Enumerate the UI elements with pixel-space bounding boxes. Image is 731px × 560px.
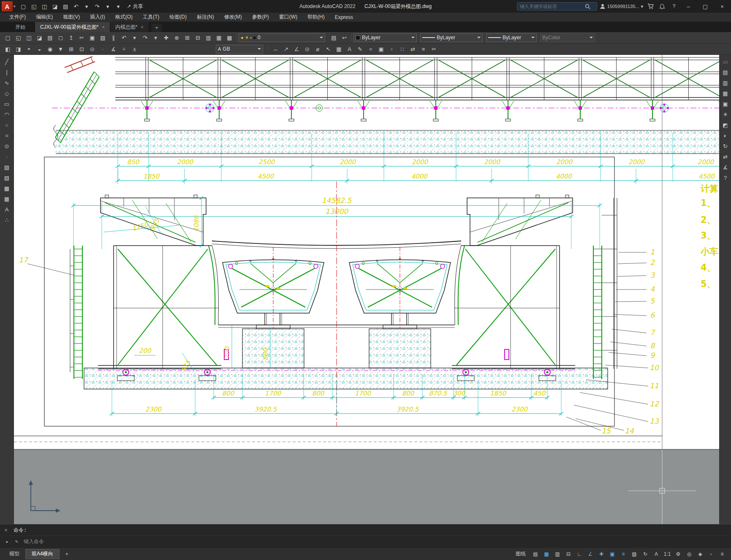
customize-command-icon[interactable]: ✎ bbox=[13, 538, 20, 546]
model-space-toggle-icon[interactable]: ▤ bbox=[530, 549, 541, 559]
publish-icon[interactable]: ↥ bbox=[66, 33, 76, 42]
polygon-icon[interactable]: ◇ bbox=[1, 88, 12, 99]
annotation-scale-icon[interactable]: 1:1 bbox=[662, 549, 673, 559]
notification-bell-icon[interactable] bbox=[658, 2, 667, 11]
menu-item[interactable]: 修改(M) bbox=[219, 13, 247, 22]
open-file-icon[interactable]: ◱ bbox=[29, 2, 39, 11]
command-close-icon[interactable]: × bbox=[3, 527, 9, 533]
render-icon[interactable]: ◐ bbox=[720, 130, 731, 141]
new-file-icon[interactable]: ▢ bbox=[18, 2, 29, 11]
graphics-performance-icon[interactable]: ◈ bbox=[695, 549, 706, 559]
search-input[interactable] bbox=[520, 4, 583, 9]
menu-item[interactable]: 编辑(E) bbox=[31, 13, 58, 22]
polar-tracking-icon[interactable]: ∠ bbox=[585, 549, 596, 559]
refresh-icon[interactable]: ↻ bbox=[720, 141, 731, 151]
selection-cycling-icon[interactable]: ↻ bbox=[640, 549, 651, 559]
insert-block-icon[interactable]: ⊡ bbox=[76, 44, 87, 54]
save-as-icon[interactable]: ◪ bbox=[50, 2, 60, 11]
save-icon[interactable]: ◫ bbox=[24, 33, 34, 42]
tab-layout-a4[interactable]: 双A4横向 bbox=[25, 549, 60, 559]
undo-icon[interactable]: ↶ bbox=[71, 2, 82, 11]
open-icon[interactable]: ◱ bbox=[13, 33, 24, 42]
table-icon[interactable]: ▦ bbox=[1, 194, 12, 204]
close-button[interactable]: × bbox=[715, 1, 729, 12]
linetype-dropdown[interactable]: ByLayer bbox=[420, 33, 483, 42]
dim-angular-icon[interactable]: ∠ bbox=[291, 44, 302, 54]
tab-model[interactable]: 模型 bbox=[3, 549, 25, 559]
command-input[interactable]: 键入命令 bbox=[24, 538, 44, 545]
transparency-display-icon[interactable]: ▧ bbox=[629, 549, 640, 559]
customize-icon[interactable]: ≡ bbox=[717, 549, 728, 559]
menu-item[interactable]: 插入(I) bbox=[85, 13, 110, 22]
drawing-area[interactable]: 14582.5 13000 1750 945 1086 200 515 700 … bbox=[14, 55, 719, 524]
define-attributes-icon[interactable]: ⊙ bbox=[87, 44, 98, 54]
table-icon[interactable]: ▦ bbox=[334, 44, 344, 54]
zoom-previous-icon[interactable]: ⊟ bbox=[193, 33, 203, 42]
grid-display-icon[interactable]: ▦ bbox=[541, 549, 552, 559]
plot-icon[interactable]: ▤ bbox=[45, 33, 55, 42]
circle-icon[interactable]: ○ bbox=[1, 120, 12, 130]
text-style-dropdown[interactable]: A GB bbox=[216, 45, 263, 54]
dynamic-input-icon[interactable]: ⊟ bbox=[563, 549, 574, 559]
polyline-icon[interactable]: ∿ bbox=[1, 78, 12, 88]
tab-close-icon[interactable]: × bbox=[141, 24, 144, 30]
redo-dropdown-icon[interactable]: ▾ bbox=[150, 33, 161, 42]
draw-order-back-icon[interactable]: ◨ bbox=[13, 44, 24, 54]
ellipse-icon[interactable]: ⊙ bbox=[1, 141, 12, 151]
tab-close-icon[interactable]: × bbox=[102, 24, 104, 30]
group-icon[interactable]: ▣ bbox=[376, 44, 386, 54]
annotation-to-front-icon[interactable]: ◉ bbox=[45, 44, 55, 54]
menu-item[interactable]: 标注(N) bbox=[192, 13, 219, 22]
array-icon[interactable]: ∷ bbox=[397, 44, 408, 54]
dim-radius-icon[interactable]: ⊙ bbox=[302, 44, 313, 54]
hatch-icon[interactable]: ▨ bbox=[1, 162, 12, 173]
views-panel-icon[interactable]: ▣ bbox=[720, 99, 731, 109]
object-color-dropdown[interactable]: ByLayer bbox=[353, 33, 417, 42]
isolate-objects-icon[interactable]: ◎ bbox=[684, 549, 695, 559]
palette-icon[interactable]: ∴ bbox=[1, 215, 12, 225]
ortho-mode-icon[interactable]: ∟ bbox=[574, 549, 585, 559]
help-icon[interactable]: ? bbox=[669, 2, 679, 11]
minimize-button[interactable]: – bbox=[681, 1, 696, 12]
multileader-icon[interactable]: ↖ bbox=[323, 44, 334, 54]
dim-aligned-icon[interactable]: ↗ bbox=[281, 44, 291, 54]
menu-item[interactable]: 绘图(D) bbox=[164, 13, 192, 22]
clean-screen-icon[interactable]: ▫ bbox=[706, 549, 717, 559]
help-panel-icon[interactable]: ? bbox=[720, 173, 731, 183]
new-tab-button[interactable]: + bbox=[152, 24, 162, 32]
account-menu[interactable]: 15059991135... ▾ bbox=[600, 3, 643, 9]
draw-order-above-icon[interactable]: ◓ bbox=[24, 44, 34, 54]
tab-drawing-2[interactable]: 内模总图* × bbox=[110, 22, 149, 32]
menu-item[interactable]: Express bbox=[330, 13, 358, 22]
search-box[interactable] bbox=[517, 2, 597, 11]
redo-icon[interactable]: ↷ bbox=[92, 2, 103, 11]
plot-preview-icon[interactable]: ◻ bbox=[55, 33, 66, 42]
mtext-icon[interactable]: A bbox=[344, 44, 355, 54]
layer-previous-icon[interactable]: ↩ bbox=[339, 33, 350, 42]
draw-order-below-icon[interactable]: ◒ bbox=[34, 44, 45, 54]
quick-access-menu-icon[interactable]: ▾ bbox=[113, 2, 124, 11]
lineweight-display-icon[interactable]: ≡ bbox=[618, 549, 629, 559]
make-block-icon[interactable]: ⊞ bbox=[66, 44, 76, 54]
redo-dropdown-icon[interactable]: ▾ bbox=[103, 2, 113, 11]
recent-commands-icon[interactable]: ▸ bbox=[3, 538, 11, 546]
tab-start[interactable]: 开始 bbox=[6, 22, 35, 32]
spline-icon[interactable]: ≈ bbox=[1, 130, 12, 141]
new-layout-button[interactable]: + bbox=[60, 549, 74, 559]
undo-dropdown-icon[interactable]: ▾ bbox=[82, 2, 92, 11]
measure-icon[interactable]: ∡ bbox=[108, 44, 119, 54]
copy-icon[interactable]: ▣ bbox=[87, 33, 98, 42]
cut-icon[interactable]: ✂ bbox=[76, 33, 87, 42]
quick-calc-icon[interactable]: ± bbox=[129, 44, 140, 54]
share-button[interactable]: ↗ 共享 bbox=[124, 2, 147, 11]
sync-icon[interactable]: ⇄ bbox=[720, 151, 731, 162]
plotstyle-dropdown[interactable]: ByColor bbox=[540, 33, 595, 42]
object-snap-icon[interactable]: ▣ bbox=[607, 549, 618, 559]
designcenter-icon[interactable]: ▦ bbox=[214, 33, 224, 42]
layer-states-icon[interactable]: ▤ bbox=[329, 33, 339, 42]
menu-item[interactable]: 参数(P) bbox=[247, 13, 274, 22]
restore-button[interactable]: ▢ bbox=[698, 1, 712, 12]
dim-linear-icon[interactable]: ↔ bbox=[270, 44, 281, 54]
plot-icon[interactable]: ▤ bbox=[60, 2, 71, 11]
snap-mode-icon[interactable]: ▥ bbox=[552, 549, 563, 559]
